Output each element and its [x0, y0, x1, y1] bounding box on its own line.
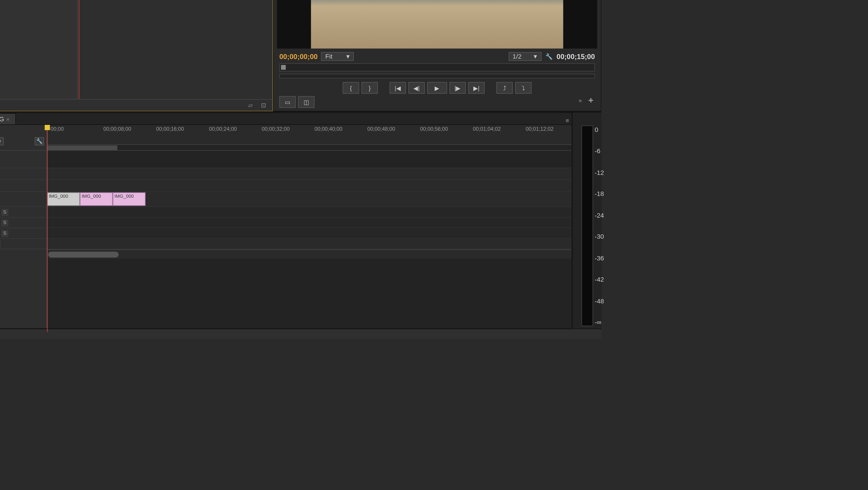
timeline-clip[interactable]: IMG_000: [113, 192, 146, 206]
meter-tick: -6: [595, 147, 604, 154]
zoom-dropdown[interactable]: Fit: [321, 52, 354, 61]
meter-tick: -∞: [595, 319, 604, 325]
wrench-icon[interactable]: 🔧: [545, 52, 553, 60]
solo-toggle[interactable]: S: [1, 219, 8, 226]
transport-controls: { } |◀ ◀| ▶ |▶ ▶| ⤴ ⤵: [277, 80, 597, 96]
meter-tick: -12: [595, 169, 604, 176]
track-lane-v2[interactable]: [47, 180, 571, 192]
meter-tick: -36: [595, 254, 604, 261]
expand-icon[interactable]: ⤢: [0, 240, 1, 247]
track-header-a2[interactable]: 🔒A2►MS: [0, 218, 46, 228]
program-viewer[interactable]: [277, 0, 597, 49]
duration-timecode: 00;00;15;00: [557, 52, 595, 60]
ruler-tick: 00;00;32;00: [262, 126, 289, 132]
ec-properties: IMG_0004.JPG • IMG_0004.JPG▸ Video Effec…: [0, 0, 78, 99]
program-scrubber[interactable]: [279, 63, 595, 71]
close-icon[interactable]: ×: [6, 117, 10, 123]
go-to-in-button[interactable]: |◀: [390, 82, 406, 94]
timeline-ruler[interactable]: 00;00 00;00;08;00 00;00;16;00 00;00;24;0…: [47, 125, 571, 144]
track-body[interactable]: IMG_000 IMG_000 IMG_000: [47, 151, 571, 328]
track-lane-v3[interactable]: [47, 168, 571, 180]
current-timecode[interactable]: 00;00;00;00: [279, 52, 318, 60]
export-frame-button[interactable]: ▭: [279, 96, 296, 108]
resolution-dropdown[interactable]: 1/2: [508, 52, 541, 61]
zoom-out-icon[interactable]: ▱: [246, 101, 254, 109]
track-header-a3[interactable]: 🔒A3►MS: [0, 228, 46, 239]
step-forward-button[interactable]: |▶: [450, 82, 466, 94]
track-header-master[interactable]: 🔒Master0.0⤢: [0, 239, 46, 249]
meter-tick: -42: [595, 276, 604, 283]
track-header-v3[interactable]: 🔒V3👁: [0, 168, 46, 180]
meter-tick: -18: [595, 190, 604, 197]
ruler-tick: 00;00;24;00: [209, 126, 237, 132]
meter-scale: 0 -6 -12 -18 -24 -30 -36 -42 -48 -∞: [595, 126, 604, 325]
ruler-tick: 00;01;04;02: [473, 126, 501, 132]
work-area-bar[interactable]: [47, 144, 571, 150]
audio-meter: 0 -6 -12 -18 -24 -30 -36 -42 -48 -∞: [581, 125, 593, 326]
panel-menu-icon[interactable]: ≡: [563, 116, 571, 124]
zoom-value: Fit: [325, 53, 333, 60]
source-effect-panel: Source: (no clips) Effect Controls× Audi…: [0, 0, 273, 111]
meter-tick: 0: [595, 126, 604, 133]
sequence-tab-label: IMG_0004.JPG: [0, 115, 4, 122]
extract-button[interactable]: ⤵: [515, 82, 532, 94]
track-lane-a2[interactable]: [47, 218, 571, 228]
track-header-v1[interactable]: 🔒V1👁: [0, 192, 46, 207]
ruler-tick: 00;00: [51, 126, 64, 132]
sequence-tab[interactable]: IMG_0004.JPG×: [0, 113, 16, 124]
track-lane-a3[interactable]: [47, 228, 571, 239]
track-lane-v1[interactable]: IMG_000 IMG_000 IMG_000: [47, 192, 571, 207]
mark-in-button[interactable]: {: [343, 82, 359, 94]
timeline-panel: IMG_0004.JPG× ≡ 00;00;00;00 ⌐ ⊂ ◆ ⚙ 🔧: [0, 112, 572, 328]
meter-tick: -24: [595, 211, 604, 219]
ruler-tick: 00;00;56;00: [420, 126, 448, 132]
chevron-right-icon[interactable]: »: [576, 96, 584, 104]
track-lane-a1[interactable]: [47, 207, 571, 218]
ruler-tick: 00;00;48;00: [367, 126, 395, 132]
ec-timeline: 00;00 00;00;02;00 00;00;04;00 IMG_0004.J…: [78, 0, 272, 99]
meter-tick: -30: [595, 233, 604, 240]
chevron-down-icon: [534, 53, 537, 60]
track-headers: 🔒V3👁 🔒V2👁 🔒V1👁 🔒A1►MS 🔒A2►MS 🔒A3►MS 🔒Mas…: [0, 151, 47, 328]
track-lane-master[interactable]: [47, 239, 571, 249]
solo-toggle[interactable]: S: [1, 208, 8, 215]
lift-button[interactable]: ⤴: [496, 82, 513, 94]
ruler-tick: 00;01;12;02: [526, 126, 554, 132]
program-monitor-panel: Program: IMG_0004.JPG× ≡ 00;00;00;00 Fit…: [273, 0, 601, 111]
status-bar: ⚠: [0, 328, 601, 339]
timeline-timecode[interactable]: 00;00;00;00: [0, 127, 44, 136]
settings-icon[interactable]: ⚙: [0, 137, 4, 145]
ec-footer: 00;00;00;00 ▱ ⊡: [0, 99, 272, 111]
solo-toggle[interactable]: S: [1, 230, 8, 237]
timeline-clip[interactable]: IMG_000: [80, 192, 113, 206]
program-jog[interactable]: [279, 74, 595, 79]
track-header-v2[interactable]: 🔒V2👁: [0, 180, 46, 192]
mark-out-button[interactable]: }: [362, 82, 378, 94]
audio-meters-panel: 0 -6 -12 -18 -24 -30 -36 -42 -48 -∞: [572, 112, 601, 328]
playhead[interactable]: [79, 0, 79, 99]
chevron-down-icon: [346, 53, 350, 60]
ruler-tick: 00;00;08;00: [103, 126, 131, 132]
timeline-scrollbar[interactable]: [47, 249, 571, 259]
resolution-value: 1/2: [513, 53, 522, 60]
meter-tick: -48: [595, 297, 604, 304]
zoom-in-icon[interactable]: ⊡: [259, 101, 268, 109]
timeline-playhead[interactable]: [47, 125, 48, 332]
ruler-tick: 00;00;16;00: [156, 126, 184, 132]
ruler-tick: 00;00;40;00: [314, 126, 342, 132]
play-button[interactable]: ▶: [427, 82, 447, 94]
preview-image: [311, 0, 563, 49]
track-header-a1[interactable]: 🔒A1►MS: [0, 207, 46, 218]
comparison-button[interactable]: ◫: [298, 96, 315, 108]
timeline-tabbar: IMG_0004.JPG× ≡: [0, 113, 571, 125]
wrench-icon[interactable]: 🔧: [35, 137, 44, 145]
step-back-button[interactable]: ◀|: [408, 82, 425, 94]
button-editor-icon[interactable]: ✚: [587, 96, 595, 104]
timeline-clip[interactable]: IMG_000: [47, 192, 80, 206]
go-to-out-button[interactable]: ▶|: [468, 82, 485, 94]
